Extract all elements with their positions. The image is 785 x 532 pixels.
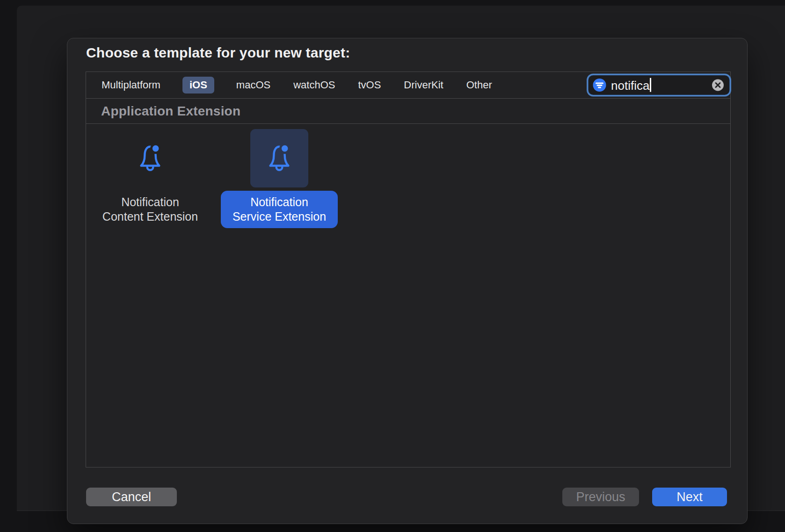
search-input[interactable]: notifica: [589, 76, 729, 94]
template-label-selected: Notification Service Extension: [221, 191, 338, 228]
dialog-footer: Cancel Previous Next: [86, 488, 727, 506]
text-cursor: [650, 78, 651, 92]
tab-macos[interactable]: macOS: [235, 77, 271, 93]
cancel-button[interactable]: Cancel: [86, 488, 177, 506]
template-notification-service-extension[interactable]: Notification Service Extension: [218, 129, 341, 228]
template-label: Notification Content Extension: [96, 191, 204, 228]
template-grid: Notification Content Extension Notificat…: [86, 124, 730, 228]
tab-driverkit[interactable]: DriverKit: [403, 77, 444, 93]
dialog-title: Choose a template for your new target:: [86, 45, 350, 61]
clear-circle-icon[interactable]: [712, 79, 724, 92]
platform-tabbar: Multiplatform iOS macOS watchOS tvOS Dri…: [86, 72, 730, 99]
tab-other[interactable]: Other: [465, 77, 493, 93]
filter-lines-icon[interactable]: [593, 79, 606, 92]
template-tile-selected: [250, 129, 308, 187]
tab-watchos[interactable]: watchOS: [292, 77, 336, 93]
template-tile: [121, 129, 179, 187]
template-notification-content-extension[interactable]: Notification Content Extension: [89, 129, 211, 228]
section-header-application-extension: Application Extension: [86, 99, 730, 124]
new-target-template-dialog: Choose a template for your new target: M…: [67, 38, 748, 524]
tab-ios[interactable]: iOS: [182, 77, 214, 93]
next-button[interactable]: Next: [652, 488, 727, 506]
previous-button[interactable]: Previous: [562, 488, 639, 506]
template-chooser: Multiplatform iOS macOS watchOS tvOS Dri…: [86, 72, 731, 467]
bell-badge-icon: [264, 142, 295, 175]
bell-badge-icon: [135, 142, 166, 175]
tab-multiplatform[interactable]: Multiplatform: [101, 77, 161, 93]
search-text: notifica: [611, 78, 712, 93]
tab-tvos[interactable]: tvOS: [357, 77, 382, 93]
